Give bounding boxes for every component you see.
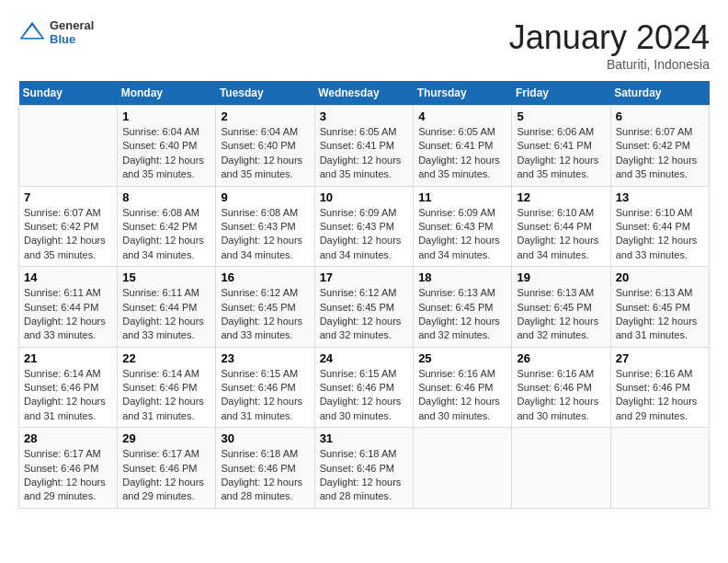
day-number: 22 xyxy=(122,351,210,365)
calendar-cell: 9Sunrise: 6:08 AMSunset: 6:43 PMDaylight… xyxy=(216,186,314,267)
calendar-cell: 1Sunrise: 6:04 AMSunset: 6:40 PMDaylight… xyxy=(118,106,216,187)
calendar-cell: 5Sunrise: 6:06 AMSunset: 6:41 PMDaylight… xyxy=(512,106,610,187)
day-header-monday: Monday xyxy=(118,81,216,106)
calendar-table: SundayMondayTuesdayWednesdayThursdayFrid… xyxy=(18,81,710,509)
calendar-cell: 14Sunrise: 6:11 AMSunset: 6:44 PMDayligh… xyxy=(19,267,118,348)
day-number: 18 xyxy=(418,270,506,284)
day-number: 17 xyxy=(320,270,409,284)
day-header-thursday: Thursday xyxy=(414,81,512,106)
day-number: 15 xyxy=(122,270,210,284)
cell-info: Sunrise: 6:17 AMSunset: 6:46 PMDaylight:… xyxy=(122,447,210,504)
calendar-cell: 7Sunrise: 6:07 AMSunset: 6:42 PMDaylight… xyxy=(19,186,118,267)
calendar-cell: 24Sunrise: 6:15 AMSunset: 6:46 PMDayligh… xyxy=(314,347,414,428)
cell-info: Sunrise: 6:07 AMSunset: 6:42 PMDaylight:… xyxy=(24,206,112,263)
day-number: 20 xyxy=(616,270,704,284)
day-number: 11 xyxy=(418,190,506,204)
cell-info: Sunrise: 6:08 AMSunset: 6:43 PMDaylight:… xyxy=(221,206,309,263)
calendar-cell xyxy=(512,428,610,509)
calendar-cell xyxy=(610,428,709,509)
day-number: 27 xyxy=(616,351,704,365)
day-number: 30 xyxy=(221,431,309,445)
cell-info: Sunrise: 6:09 AMSunset: 6:43 PMDaylight:… xyxy=(418,206,506,263)
cell-info: Sunrise: 6:15 AMSunset: 6:46 PMDaylight:… xyxy=(221,367,309,424)
logo-general: General xyxy=(50,18,94,32)
day-number: 8 xyxy=(122,190,210,204)
logo-icon xyxy=(18,18,46,46)
logo: General Blue xyxy=(18,18,94,46)
day-number: 10 xyxy=(320,190,409,204)
day-number: 23 xyxy=(221,351,309,365)
day-header-sunday: Sunday xyxy=(19,81,118,106)
day-number: 3 xyxy=(320,109,409,123)
calendar-cell: 19Sunrise: 6:13 AMSunset: 6:45 PMDayligh… xyxy=(512,267,610,348)
calendar-cell: 17Sunrise: 6:12 AMSunset: 6:45 PMDayligh… xyxy=(314,267,414,348)
day-header-wednesday: Wednesday xyxy=(314,81,414,106)
calendar-cell: 30Sunrise: 6:18 AMSunset: 6:46 PMDayligh… xyxy=(216,428,314,509)
cell-info: Sunrise: 6:13 AMSunset: 6:45 PMDaylight:… xyxy=(517,286,605,343)
day-number: 6 xyxy=(616,109,704,123)
cell-info: Sunrise: 6:10 AMSunset: 6:44 PMDaylight:… xyxy=(517,206,605,263)
title-block: January 2024 Baturiti, Indonesia xyxy=(509,18,710,72)
day-number: 24 xyxy=(320,351,409,365)
calendar-cell xyxy=(414,428,512,509)
cell-info: Sunrise: 6:17 AMSunset: 6:46 PMDaylight:… xyxy=(24,447,112,504)
calendar-cell: 29Sunrise: 6:17 AMSunset: 6:46 PMDayligh… xyxy=(118,428,216,509)
cell-info: Sunrise: 6:09 AMSunset: 6:43 PMDaylight:… xyxy=(320,206,409,263)
calendar-cell: 3Sunrise: 6:05 AMSunset: 6:41 PMDaylight… xyxy=(314,106,414,187)
day-number: 28 xyxy=(24,431,112,445)
day-number: 12 xyxy=(517,190,605,204)
location-subtitle: Baturiti, Indonesia xyxy=(509,57,710,72)
day-number: 31 xyxy=(320,431,409,445)
month-title: January 2024 xyxy=(509,18,710,57)
calendar-week-row: 7Sunrise: 6:07 AMSunset: 6:42 PMDaylight… xyxy=(19,186,710,267)
cell-info: Sunrise: 6:15 AMSunset: 6:46 PMDaylight:… xyxy=(320,367,409,424)
cell-info: Sunrise: 6:18 AMSunset: 6:46 PMDaylight:… xyxy=(320,447,409,504)
calendar-cell: 20Sunrise: 6:13 AMSunset: 6:45 PMDayligh… xyxy=(610,267,709,348)
day-number: 4 xyxy=(418,109,506,123)
calendar-week-row: 14Sunrise: 6:11 AMSunset: 6:44 PMDayligh… xyxy=(19,267,710,348)
calendar-cell: 22Sunrise: 6:14 AMSunset: 6:46 PMDayligh… xyxy=(118,347,216,428)
day-number: 9 xyxy=(221,190,309,204)
calendar-cell: 23Sunrise: 6:15 AMSunset: 6:46 PMDayligh… xyxy=(216,347,314,428)
day-number: 2 xyxy=(221,109,309,123)
day-header-tuesday: Tuesday xyxy=(216,81,314,106)
calendar-week-row: 1Sunrise: 6:04 AMSunset: 6:40 PMDaylight… xyxy=(19,106,710,187)
cell-info: Sunrise: 6:07 AMSunset: 6:42 PMDaylight:… xyxy=(616,125,704,182)
day-number: 19 xyxy=(517,270,605,284)
cell-info: Sunrise: 6:08 AMSunset: 6:42 PMDaylight:… xyxy=(122,206,210,263)
day-number: 14 xyxy=(24,270,112,284)
day-number: 7 xyxy=(24,190,112,204)
cell-info: Sunrise: 6:18 AMSunset: 6:46 PMDaylight:… xyxy=(221,447,309,504)
cell-info: Sunrise: 6:11 AMSunset: 6:44 PMDaylight:… xyxy=(24,286,112,343)
calendar-cell: 4Sunrise: 6:05 AMSunset: 6:41 PMDaylight… xyxy=(414,106,512,187)
cell-info: Sunrise: 6:16 AMSunset: 6:46 PMDaylight:… xyxy=(616,367,704,424)
day-number: 21 xyxy=(24,351,112,365)
day-header-friday: Friday xyxy=(512,81,610,106)
calendar-cell xyxy=(19,106,118,187)
cell-info: Sunrise: 6:04 AMSunset: 6:40 PMDaylight:… xyxy=(122,125,210,182)
cell-info: Sunrise: 6:06 AMSunset: 6:41 PMDaylight:… xyxy=(517,125,605,182)
logo-text: General Blue xyxy=(50,18,94,46)
calendar-cell: 11Sunrise: 6:09 AMSunset: 6:43 PMDayligh… xyxy=(414,186,512,267)
cell-info: Sunrise: 6:11 AMSunset: 6:44 PMDaylight:… xyxy=(122,286,210,343)
day-number: 1 xyxy=(122,109,210,123)
calendar-cell: 2Sunrise: 6:04 AMSunset: 6:40 PMDaylight… xyxy=(216,106,314,187)
day-number: 25 xyxy=(418,351,506,365)
calendar-cell: 26Sunrise: 6:16 AMSunset: 6:46 PMDayligh… xyxy=(512,347,610,428)
calendar-cell: 16Sunrise: 6:12 AMSunset: 6:45 PMDayligh… xyxy=(216,267,314,348)
day-number: 13 xyxy=(616,190,704,204)
calendar-cell: 12Sunrise: 6:10 AMSunset: 6:44 PMDayligh… xyxy=(512,186,610,267)
calendar-week-row: 21Sunrise: 6:14 AMSunset: 6:46 PMDayligh… xyxy=(19,347,710,428)
cell-info: Sunrise: 6:16 AMSunset: 6:46 PMDaylight:… xyxy=(418,367,506,424)
calendar-cell: 28Sunrise: 6:17 AMSunset: 6:46 PMDayligh… xyxy=(19,428,118,509)
cell-info: Sunrise: 6:04 AMSunset: 6:40 PMDaylight:… xyxy=(221,125,309,182)
calendar-cell: 8Sunrise: 6:08 AMSunset: 6:42 PMDaylight… xyxy=(118,186,216,267)
day-number: 5 xyxy=(517,109,605,123)
day-header-saturday: Saturday xyxy=(610,81,709,106)
calendar-cell: 15Sunrise: 6:11 AMSunset: 6:44 PMDayligh… xyxy=(118,267,216,348)
page-header: General Blue January 2024 Baturiti, Indo… xyxy=(18,18,710,72)
cell-info: Sunrise: 6:05 AMSunset: 6:41 PMDaylight:… xyxy=(418,125,506,182)
day-number: 29 xyxy=(122,431,210,445)
calendar-cell: 13Sunrise: 6:10 AMSunset: 6:44 PMDayligh… xyxy=(610,186,709,267)
day-number: 16 xyxy=(221,270,309,284)
